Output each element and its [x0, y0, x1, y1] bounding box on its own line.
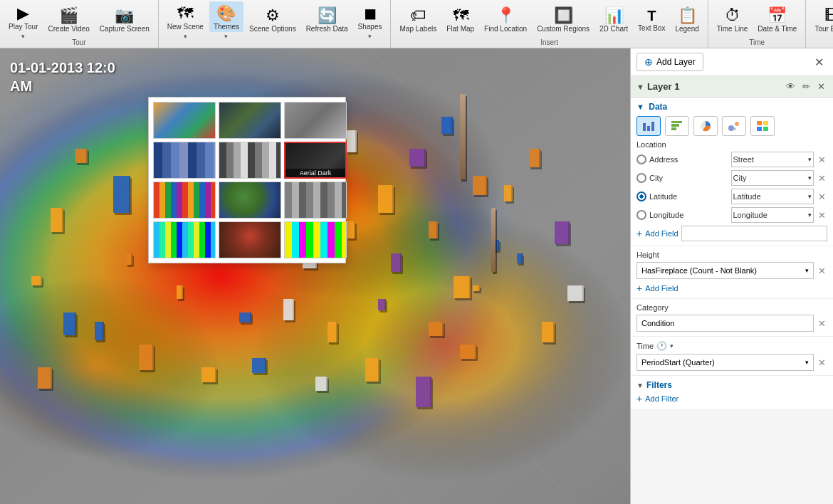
flat-map-button[interactable]: 🗺 Flat Map [442, 5, 478, 43]
theme-swatch-ts11[interactable] [219, 221, 281, 258]
location-label: Location [636, 140, 827, 149]
latitude-remove-button[interactable]: ✕ [817, 191, 827, 202]
add-layer-icon: ⊕ [644, 56, 653, 68]
tour-editor-button[interactable]: 🎞 Tour Editor [810, 5, 833, 43]
city-field-select[interactable]: City ▾ [731, 170, 814, 186]
theme-swatch-ts1[interactable] [153, 102, 216, 139]
scene-options-button[interactable]: ⚙ Scene Options [245, 5, 300, 43]
category-remove-button[interactable]: ✕ [817, 318, 827, 329]
2d-chart-button[interactable]: 📊 2D Chart [595, 5, 632, 43]
svg-rect-7 [671, 124, 679, 127]
shapes-icon: ◼ [364, 4, 377, 23]
address-field-label: Address [649, 155, 728, 164]
text-box-button[interactable]: T Text Box [634, 6, 669, 42]
create-video-button[interactable]: 🎬 Create Video [44, 5, 94, 43]
svg-point-13 [733, 127, 736, 130]
height-dropdown[interactable]: HasFireplace (Count - Not Blank) ▾ [636, 262, 814, 279]
new-scene-button[interactable]: 🗺 New Scene ▾ [163, 1, 208, 47]
theme-swatch-ts4[interactable] [153, 142, 216, 179]
layer-icons: 👁 ✏ ✕ [784, 80, 827, 93]
city-radio[interactable] [636, 173, 646, 183]
toolbar-group-view: 🎞 Tour Editor 📑 Layer Pane 📋 Field List … [806, 0, 833, 48]
category-label: Category [636, 303, 827, 312]
filters-chevron[interactable]: ▼ [636, 382, 644, 389]
theme-swatch-ts6[interactable]: Aerial Dark [284, 142, 347, 179]
add-height-field-row[interactable]: + Add Field [636, 283, 827, 294]
theme-swatch-ts8[interactable] [219, 182, 281, 219]
theme-swatch-ts2[interactable] [219, 102, 281, 139]
longitude-field-label: Longitude [649, 211, 728, 219]
theme-swatch-ts9[interactable] [284, 182, 347, 219]
shapes-button[interactable]: ◼ Shapes ▾ [354, 1, 387, 47]
data-section: ▼ Data [631, 98, 833, 246]
time-dropdown-arrow[interactable]: ▾ [670, 342, 674, 350]
scene-options-icon: ⚙ [266, 8, 280, 23]
add-layer-button[interactable]: ⊕ Add Layer [636, 53, 703, 71]
theme-swatch-ts12[interactable] [284, 221, 347, 258]
find-location-button[interactable]: 📍 Find Location [480, 5, 531, 43]
refresh-data-button[interactable]: 🔄 Refresh Data [302, 5, 352, 43]
add-filter-row[interactable]: + Add Filter [636, 393, 827, 404]
toolbar: ▶ Play Tour ▾ 🎬 Create Video 📷 Capture S… [0, 0, 833, 48]
time-field-row: PeriodStart (Quarter) ▾ ✕ [636, 354, 827, 371]
height-label: Height [636, 251, 827, 259]
2d-chart-icon: 📊 [604, 8, 624, 23]
svg-rect-17 [763, 127, 768, 131]
latitude-field-label: Latitude [649, 192, 728, 201]
date-time-button[interactable]: 📅 Date & Time [753, 5, 801, 43]
bar-chart-button[interactable] [636, 116, 661, 136]
layer-remove-icon[interactable]: ✕ [815, 80, 827, 93]
toolbar-group-scenes: 🗺 New Scene ▾ 🎨 Themes ▾ ⚙ Scene Options… [159, 0, 392, 48]
category-dropdown[interactable]: Condition [636, 315, 814, 332]
longitude-radio[interactable] [636, 210, 646, 220]
panel-body[interactable]: ▼ Layer 1 👁 ✏ ✕ ▼ Data [631, 76, 833, 504]
time-dropdown[interactable]: PeriodStart (Quarter) ▾ [636, 354, 814, 371]
capture-screen-button[interactable]: 📷 Capture Screen [95, 5, 154, 43]
address-radio[interactable] [636, 154, 646, 164]
address-remove-button[interactable]: ✕ [817, 154, 827, 165]
longitude-field-select[interactable]: Longitude ▾ [731, 207, 814, 223]
time-remove-button[interactable]: ✕ [817, 357, 827, 368]
map-labels-icon: 🏷 [410, 8, 426, 23]
pie-chart-button[interactable] [693, 116, 718, 136]
map-labels-button[interactable]: 🏷 Map Labels [395, 5, 441, 43]
shapes-arrow[interactable]: ▾ [362, 32, 377, 47]
city-remove-button[interactable]: ✕ [817, 173, 827, 184]
custom-regions-button[interactable]: 🔲 Custom Regions [533, 5, 594, 43]
time-section: Time 🕐 ▾ PeriodStart (Quarter) ▾ ✕ [631, 337, 833, 376]
date-time-icon: 📅 [767, 8, 787, 23]
themes-button[interactable]: 🎨 Themes ▾ [209, 1, 243, 47]
time-line-icon: ⏱ [725, 8, 740, 23]
map-area[interactable]: 01-01-2013 12:0 AM Aerial Dark [0, 48, 630, 504]
new-scene-arrow[interactable]: ▾ [178, 32, 193, 47]
legend-button[interactable]: 📋 Legend [671, 5, 703, 43]
layer-header: ▼ Layer 1 👁 ✏ ✕ [631, 76, 833, 98]
theme-swatch-ts7[interactable] [153, 182, 216, 219]
latitude-field-select[interactable]: Latitude ▾ [731, 189, 814, 204]
theme-swatch-ts3[interactable] [284, 102, 347, 139]
layer-section: ▼ Layer 1 👁 ✏ ✕ ▼ Data [631, 76, 833, 409]
column-chart-button[interactable] [665, 116, 689, 136]
theme-swatch-ts5[interactable] [219, 142, 281, 179]
flat-map-icon: 🗺 [453, 8, 468, 23]
heatmap-type-button[interactable] [750, 116, 775, 136]
layer-edit-icon[interactable]: ✏ [800, 80, 812, 93]
add-height-plus-icon: + [636, 283, 642, 294]
panel-close-button[interactable]: ✕ [811, 54, 827, 70]
height-remove-button[interactable]: ✕ [817, 266, 827, 276]
add-field-dropdown[interactable] [681, 226, 827, 241]
address-field-select[interactable]: Street ▾ [731, 152, 814, 167]
bubble-chart-button[interactable] [722, 116, 746, 136]
theme-swatch-ts10[interactable] [153, 221, 216, 258]
add-field-plus-icon: + [636, 228, 642, 239]
toolbar-group-time: ⏱ Time Line 📅 Date & Time Time [708, 0, 807, 48]
filters-header: ▼ Filters [636, 380, 827, 390]
layer-collapse-icon[interactable]: ▼ [636, 83, 644, 91]
themes-arrow[interactable]: ▾ [219, 32, 234, 47]
add-filter-plus-icon: + [636, 393, 642, 404]
longitude-remove-button[interactable]: ✕ [817, 210, 827, 221]
latitude-radio[interactable] [636, 191, 646, 201]
time-line-button[interactable]: ⏱ Time Line [713, 5, 753, 43]
layer-visibility-icon[interactable]: 👁 [784, 80, 797, 93]
add-location-field-row[interactable]: + Add Field [636, 226, 827, 241]
